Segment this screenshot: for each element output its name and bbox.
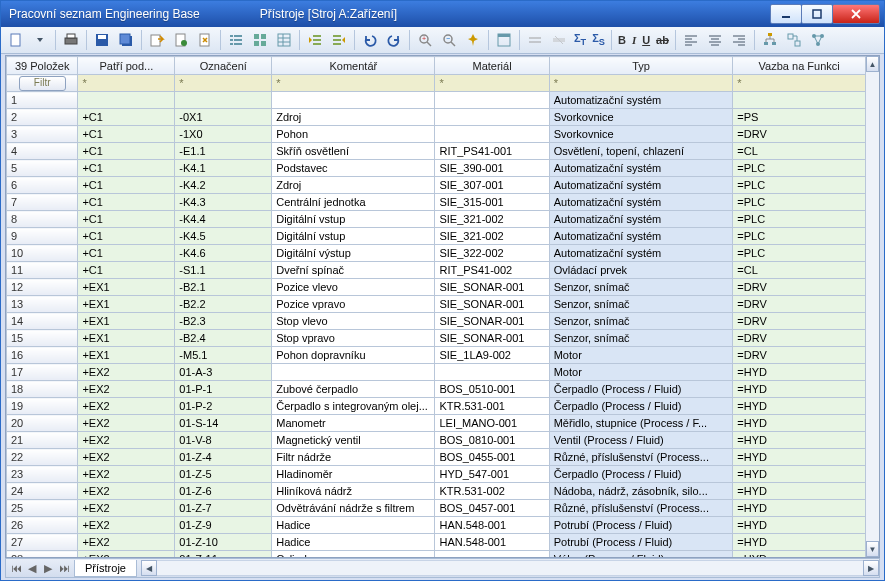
cell-komentar[interactable]: Pohon bbox=[272, 126, 435, 143]
cell-typ[interactable]: Různé, příslušenství (Process... bbox=[549, 500, 733, 517]
strike-button[interactable]: ab bbox=[654, 34, 671, 46]
filter-c4[interactable]: * bbox=[435, 75, 549, 92]
row-number[interactable]: 27 bbox=[7, 534, 78, 551]
row-number[interactable]: 5 bbox=[7, 160, 78, 177]
header-vazba[interactable]: Vazba na Funkci bbox=[733, 57, 866, 75]
cell-komentar[interactable]: Digitální výstup bbox=[272, 245, 435, 262]
cell-oznaceni[interactable]: -K4.6 bbox=[175, 245, 272, 262]
cell-oznaceni[interactable]: -B2.2 bbox=[175, 296, 272, 313]
cell-vazba[interactable]: =HYD bbox=[733, 381, 866, 398]
cell-komentar[interactable]: Zubové čerpadlo bbox=[272, 381, 435, 398]
row-number[interactable]: 16 bbox=[7, 347, 78, 364]
maximize-button[interactable] bbox=[801, 4, 833, 24]
horizontal-scrollbar[interactable]: ◀ ▶ bbox=[141, 561, 879, 575]
cell-patri[interactable]: +C1 bbox=[78, 126, 175, 143]
cell-typ[interactable]: Měřidlo, stupnice (Process / F... bbox=[549, 415, 733, 432]
cell-oznaceni[interactable]: 01-Z-11 bbox=[175, 551, 272, 558]
cell-oznaceni[interactable]: 01-Z-5 bbox=[175, 466, 272, 483]
cell-material[interactable]: BOS_0510-001 bbox=[435, 381, 549, 398]
cell-vazba[interactable]: =DRV bbox=[733, 347, 866, 364]
table-row[interactable]: 14+EX1-B2.3Stop vlevoSIE_SONAR-001Senzor… bbox=[7, 313, 866, 330]
filter-c5[interactable]: * bbox=[549, 75, 733, 92]
cell-patri[interactable]: +EX1 bbox=[78, 313, 175, 330]
row-number[interactable]: 14 bbox=[7, 313, 78, 330]
grid-icon[interactable] bbox=[249, 29, 271, 51]
scroll-right-icon[interactable]: ▶ bbox=[863, 560, 879, 576]
cell-vazba[interactable]: =CL bbox=[733, 262, 866, 279]
cell-material[interactable]: KTR.531-002 bbox=[435, 483, 549, 500]
cell-komentar[interactable]: Hladinoměr bbox=[272, 466, 435, 483]
table-row[interactable]: 1Automatizační systém bbox=[7, 92, 866, 109]
row-number[interactable]: 17 bbox=[7, 364, 78, 381]
zoom-in-icon[interactable]: + bbox=[414, 29, 436, 51]
table-row[interactable]: 25+EX201-Z-7Odvětrávání nádrže s filtrem… bbox=[7, 500, 866, 517]
cell-oznaceni[interactable]: 01-P-2 bbox=[175, 398, 272, 415]
nav-next-icon[interactable]: ▶ bbox=[40, 562, 56, 575]
row-number[interactable]: 8 bbox=[7, 211, 78, 228]
sigma-selection-button[interactable]: ΣS bbox=[590, 32, 607, 47]
refresh-icon[interactable] bbox=[194, 29, 216, 51]
cell-patri[interactable]: +EX2 bbox=[78, 364, 175, 381]
header-komentar[interactable]: Komentář bbox=[272, 57, 435, 75]
table-row[interactable]: 16+EX1-M5.1Pohon dopravníkuSIE_1LA9-002M… bbox=[7, 347, 866, 364]
cell-vazba[interactable]: =PLC bbox=[733, 194, 866, 211]
cell-oznaceni[interactable]: -S1.1 bbox=[175, 262, 272, 279]
cell-komentar[interactable]: Cylindr bbox=[272, 551, 435, 558]
table-row[interactable]: 10+C1-K4.6Digitální výstupSIE_322-002Aut… bbox=[7, 245, 866, 262]
minimize-button[interactable] bbox=[770, 4, 802, 24]
cell-oznaceni[interactable]: -M5.1 bbox=[175, 347, 272, 364]
cell-patri[interactable]: +EX2 bbox=[78, 415, 175, 432]
table-row[interactable]: 3+C1-1X0PohonSvorkovnice=DRV bbox=[7, 126, 866, 143]
row-number[interactable]: 11 bbox=[7, 262, 78, 279]
cell-oznaceni[interactable]: 01-Z-9 bbox=[175, 517, 272, 534]
cell-oznaceni[interactable]: 01-V-8 bbox=[175, 432, 272, 449]
cell-typ[interactable]: Válec (Process / Fluid) bbox=[549, 551, 733, 558]
cell-typ[interactable]: Osvětlení, topení, chlazení bbox=[549, 143, 733, 160]
cell-material[interactable]: SIE_SONAR-001 bbox=[435, 313, 549, 330]
print-icon[interactable] bbox=[60, 29, 82, 51]
cell-komentar[interactable]: Zdroj bbox=[272, 109, 435, 126]
table-row[interactable]: 13+EX1-B2.2Pozice vpravoSIE_SONAR-001Sen… bbox=[7, 296, 866, 313]
cell-material[interactable] bbox=[435, 92, 549, 109]
table-row[interactable]: 7+C1-K4.3Centrální jednotkaSIE_315-001Au… bbox=[7, 194, 866, 211]
row-number[interactable]: 18 bbox=[7, 381, 78, 398]
indent-right-icon[interactable] bbox=[328, 29, 350, 51]
cell-patri[interactable]: +EX1 bbox=[78, 347, 175, 364]
table-row[interactable]: 19+EX201-P-2Čerpadlo s integrovaným olej… bbox=[7, 398, 866, 415]
cell-vazba[interactable]: =HYD bbox=[733, 534, 866, 551]
cell-komentar[interactable] bbox=[272, 364, 435, 381]
cell-vazba[interactable]: =PS bbox=[733, 109, 866, 126]
row-number[interactable]: 19 bbox=[7, 398, 78, 415]
filter-button[interactable]: Filtr bbox=[19, 76, 66, 91]
cell-material[interactable]: HAN.548-001 bbox=[435, 517, 549, 534]
cell-material[interactable]: BOS_0810-001 bbox=[435, 432, 549, 449]
network-icon[interactable] bbox=[807, 29, 829, 51]
table-row[interactable]: 17+EX201-A-3Motor=HYD bbox=[7, 364, 866, 381]
cell-komentar[interactable]: Pohon dopravníku bbox=[272, 347, 435, 364]
table-icon[interactable] bbox=[273, 29, 295, 51]
indent-left-icon[interactable] bbox=[304, 29, 326, 51]
table-row[interactable]: 2+C1-0X1ZdrojSvorkovnice=PS bbox=[7, 109, 866, 126]
cell-komentar[interactable]: Stop vlevo bbox=[272, 313, 435, 330]
cell-komentar[interactable]: Hliníková nádrž bbox=[272, 483, 435, 500]
header-material[interactable]: Materiál bbox=[435, 57, 549, 75]
cell-material[interactable]: RIT_PS41-002 bbox=[435, 262, 549, 279]
dropdown-arrow-icon[interactable] bbox=[29, 29, 51, 51]
cell-patri[interactable]: +C1 bbox=[78, 211, 175, 228]
cell-typ[interactable]: Automatizační systém bbox=[549, 228, 733, 245]
cell-vazba[interactable]: =HYD bbox=[733, 449, 866, 466]
header-row[interactable]: 39 Položek Patří pod... Označení Komentá… bbox=[7, 57, 866, 75]
import-icon[interactable] bbox=[170, 29, 192, 51]
cell-patri[interactable]: +C1 bbox=[78, 194, 175, 211]
sheet-tab-pristroje[interactable]: Přístroje bbox=[74, 560, 137, 577]
align-center-icon[interactable] bbox=[704, 29, 726, 51]
close-button[interactable] bbox=[832, 4, 880, 24]
cell-typ[interactable]: Automatizační systém bbox=[549, 194, 733, 211]
table-row[interactable]: 12+EX1-B2.1Pozice vlevoSIE_SONAR-001Senz… bbox=[7, 279, 866, 296]
cell-patri[interactable] bbox=[78, 92, 175, 109]
table-row[interactable]: 23+EX201-Z-5HladinoměrHYD_547-001Čerpadl… bbox=[7, 466, 866, 483]
cell-komentar[interactable]: Digitální vstup bbox=[272, 228, 435, 245]
cell-vazba[interactable]: =PLC bbox=[733, 245, 866, 262]
cell-oznaceni[interactable]: -0X1 bbox=[175, 109, 272, 126]
cell-typ[interactable]: Senzor, snímač bbox=[549, 296, 733, 313]
